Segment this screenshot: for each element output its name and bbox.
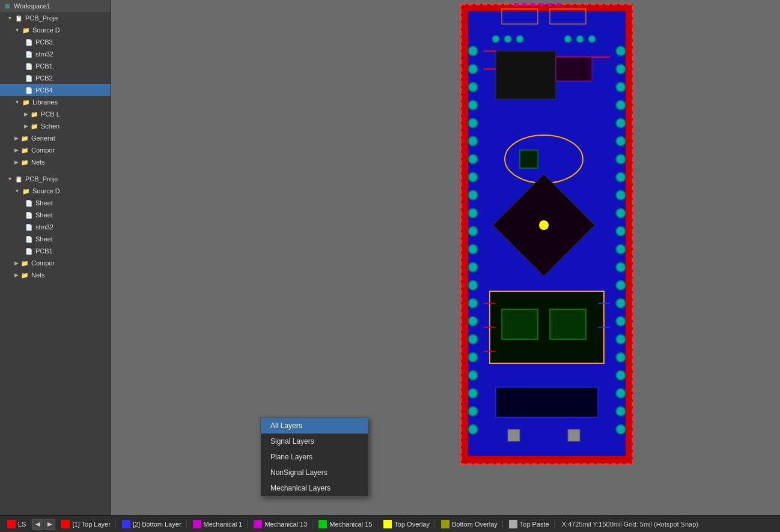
svg-rect-61	[520, 150, 538, 168]
arrow-compor-2: ▶	[14, 260, 19, 266]
dropdown-item-plane-layers[interactable]: Plane Layers	[261, 449, 368, 465]
sidebar-sheet-2[interactable]: 📄 Sheet	[0, 209, 111, 221]
sidebar-pcb3[interactable]: 📄 PCB3.	[0, 36, 111, 48]
nav-right-btn[interactable]: ▶	[44, 519, 55, 530]
sidebar-libraries[interactable]: ▼ 📁 Libraries	[0, 96, 111, 108]
svg-point-51	[616, 388, 626, 398]
project-icon-1: 📋	[14, 13, 23, 23]
pcb1-2-icon: 📄	[24, 246, 34, 256]
top-overlay-label: Top Overlay	[394, 521, 430, 528]
sidebar-nets-2[interactable]: ▶ 📁 Nets	[0, 269, 111, 281]
svg-point-22	[468, 262, 478, 272]
svg-point-39	[616, 172, 626, 182]
pcb1-2-label: PCB1.	[35, 247, 55, 255]
svg-point-47	[616, 316, 626, 326]
sidebar-schen[interactable]: ▶ 📁 Schen	[0, 120, 111, 132]
dropdown-item-mechanical-layers[interactable]: Mechanical Layers	[261, 480, 368, 496]
arrow-source-2: ▼	[14, 188, 20, 194]
sidebar-project-2[interactable]: ▼ 📋 PCB_Proje	[0, 173, 111, 185]
arrow-compor-1: ▶	[14, 147, 19, 153]
svg-point-80	[588, 35, 596, 43]
arrow-icon-p1: ▼	[7, 15, 13, 21]
layer-tab-mech1[interactable]: Mechanical 1	[188, 520, 248, 528]
mech13-color	[254, 520, 262, 528]
svg-rect-3	[522, 3, 527, 5]
svg-point-35	[616, 100, 626, 110]
top-paste-color	[509, 520, 517, 528]
pcb1-1-label: PCB1.	[35, 62, 55, 70]
layer-tab-top[interactable]: [1] Top Layer	[56, 520, 115, 528]
status-coords: X:4725mil Y:1500mil Grid: 5mil (Hotspot …	[557, 521, 703, 528]
svg-point-13	[468, 100, 478, 110]
mech15-label: Mechanical 15	[329, 521, 372, 528]
svg-rect-4	[531, 3, 535, 5]
sheet-1-icon: 📄	[24, 198, 34, 208]
status-bar: LS ◀ ▶ [1] Top Layer [2] Bottom Layer Me…	[0, 515, 780, 532]
layer-tab-top-paste[interactable]: Top Paste	[504, 520, 555, 528]
dropdown-item-nonsignal-layers[interactable]: NonSignal Layers	[261, 465, 368, 480]
top-overlay-color	[383, 520, 392, 528]
layer-tab-ls[interactable]: LS	[2, 520, 31, 528]
sidebar-generat[interactable]: ▶ 📁 Generat	[0, 132, 111, 144]
mech15-color	[318, 520, 327, 528]
bottom-overlay-color	[441, 520, 449, 528]
svg-point-21	[468, 244, 478, 254]
svg-point-53	[616, 425, 626, 434]
bottom-layer-color	[122, 520, 130, 528]
layer-tab-bottom[interactable]: [2] Bottom Layer	[117, 520, 187, 528]
svg-rect-6	[547, 3, 552, 5]
pcb4-icon: 📄	[24, 85, 34, 95]
top-layer-color	[61, 520, 70, 528]
sidebar-workspace[interactable]: 🖥 Workspace1	[0, 0, 111, 12]
sidebar-pcblib[interactable]: ▶ 📁 PCB L	[0, 108, 111, 120]
sidebar-stm32-1[interactable]: 📄 stm32	[0, 48, 111, 60]
stm32-2-icon: 📄	[24, 222, 34, 232]
libraries-label: Libraries	[32, 98, 58, 106]
source-folder-icon-2: 📁	[21, 186, 31, 196]
nets-1-label: Nets	[31, 159, 45, 166]
svg-point-41	[616, 208, 626, 218]
sidebar-compor-2[interactable]: ▶ 📁 Compor	[0, 257, 111, 269]
sidebar-pcb2[interactable]: 📄 PCB2.	[0, 72, 111, 84]
dropdown-item-signal-layers[interactable]: Signal Layers	[261, 434, 368, 449]
svg-point-27	[468, 352, 478, 362]
pcblib-label: PCB L	[41, 110, 60, 118]
bottom-layer-label: [2] Bottom Layer	[133, 521, 181, 528]
libraries-icon: 📁	[21, 97, 31, 107]
generat-icon: 📁	[20, 133, 29, 143]
sidebar-project-1[interactable]: ▼ 📋 PCB_Proje	[0, 12, 111, 24]
svg-point-23	[468, 280, 478, 290]
layer-tab-mech13[interactable]: Mechanical 13	[249, 520, 312, 528]
sidebar-sheet-1[interactable]: 📄 Sheet	[0, 197, 111, 209]
svg-rect-69	[568, 429, 580, 441]
svg-rect-67	[496, 387, 598, 417]
top-paste-label: Top Paste	[520, 521, 549, 528]
sidebar-stm32-2[interactable]: 📄 stm32	[0, 221, 111, 233]
schen-label: Schen	[41, 122, 59, 130]
sidebar-nets-1[interactable]: ▶ 📁 Nets	[0, 156, 111, 168]
layer-tab-mech15[interactable]: Mechanical 15	[314, 520, 377, 528]
source-folder-icon-1: 📁	[21, 25, 31, 35]
sidebar-compor-1[interactable]: ▶ 📁 Compor	[0, 144, 111, 156]
pcb3-label: PCB3.	[35, 38, 55, 46]
sheet-2-icon: 📄	[24, 210, 34, 220]
sidebar-pcb1-1[interactable]: 📄 PCB1.	[0, 60, 111, 72]
sidebar-source-folder-2[interactable]: ▼ 📁 Source D	[0, 185, 111, 197]
compor-2-label: Compor	[31, 259, 55, 267]
layer-tab-bottom-overlay[interactable]: Bottom Overlay	[436, 520, 503, 528]
svg-point-76	[504, 35, 511, 43]
nav-left-btn[interactable]: ◀	[32, 519, 43, 530]
sidebar-source-folder-1[interactable]: ▼ 📁 Source D	[0, 24, 111, 36]
sidebar-sheet-3[interactable]: 📄 Sheet	[0, 233, 111, 245]
svg-point-42	[616, 226, 626, 236]
project-label-2: PCB_Proje	[25, 175, 58, 183]
svg-point-19	[468, 208, 478, 218]
svg-rect-5	[539, 3, 544, 5]
sidebar-pcb1-2[interactable]: 📄 PCB1.	[0, 245, 111, 257]
pcb-board-svg	[460, 3, 634, 465]
sheet-3-icon: 📄	[24, 234, 34, 244]
svg-rect-68	[508, 429, 520, 441]
layer-tab-top-overlay[interactable]: Top Overlay	[379, 520, 435, 528]
sidebar-pcb4[interactable]: 📄 PCB4.	[0, 84, 111, 96]
dropdown-item-all-layers[interactable]: All Layers	[261, 418, 368, 434]
